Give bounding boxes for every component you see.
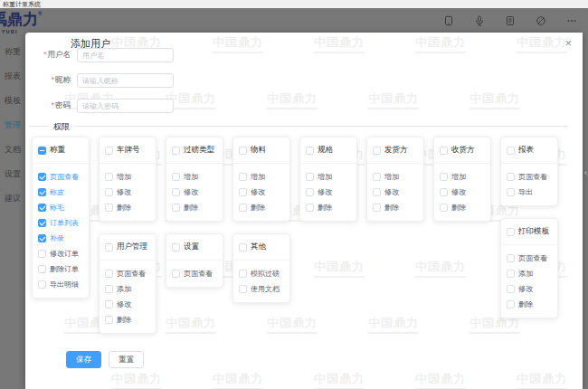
permission-item[interactable]: 导出	[507, 185, 552, 200]
sidebar-item-suggestions[interactable]: 建议	[0, 186, 25, 211]
permission-item[interactable]: 页面查看	[507, 251, 552, 266]
permission-item[interactable]: 页面查看	[38, 169, 83, 185]
microphone-icon[interactable]	[474, 15, 485, 26]
permission-item[interactable]: 增加	[172, 169, 217, 185]
close-icon[interactable]: ×	[564, 37, 572, 49]
permission-item[interactable]: 修改	[105, 185, 150, 200]
checkbox[interactable]	[172, 270, 180, 278]
permission-item[interactable]: 修改	[172, 185, 217, 200]
checkbox[interactable]	[440, 204, 448, 212]
checkbox[interactable]	[306, 173, 314, 181]
permission-item[interactable]: 页面查看	[172, 266, 217, 281]
checkbox[interactable]	[105, 204, 113, 212]
permission-item[interactable]: 修改	[105, 297, 150, 312]
permission-item[interactable]: 修改	[239, 185, 284, 200]
checkbox[interactable]	[440, 173, 448, 181]
checkbox[interactable]	[239, 173, 247, 181]
username-input[interactable]	[77, 48, 174, 62]
permission-item[interactable]: 称毛	[38, 200, 83, 215]
checkbox[interactable]	[306, 147, 314, 155]
permission-item[interactable]: 删除	[507, 297, 552, 312]
checkbox[interactable]	[105, 300, 113, 308]
checkbox[interactable]	[239, 285, 247, 293]
reset-button[interactable]: 重置	[109, 351, 144, 368]
checkbox[interactable]	[105, 147, 113, 155]
sidebar-item-reports[interactable]: 报表	[0, 64, 25, 89]
link-icon[interactable]	[536, 15, 546, 26]
checkbox[interactable]	[172, 188, 180, 196]
permission-item[interactable]: 模拟过磅	[239, 266, 284, 281]
checkbox[interactable]	[105, 188, 113, 196]
permission-item[interactable]: 增加	[239, 169, 284, 185]
collapse-handle-icon[interactable]: ‹	[584, 168, 587, 177]
permission-item[interactable]: 删除	[440, 200, 485, 215]
permission-item[interactable]: 使用文档	[239, 281, 284, 297]
permission-item[interactable]: 增加	[440, 169, 485, 185]
permission-item[interactable]: 称皮	[38, 185, 83, 200]
checkbox[interactable]	[440, 147, 448, 155]
permission-item[interactable]: 删除	[239, 200, 284, 215]
permission-item[interactable]: 删除	[306, 200, 351, 215]
checkbox[interactable]	[239, 147, 247, 155]
permission-item[interactable]: 增加	[306, 169, 351, 185]
checkbox[interactable]	[306, 204, 314, 212]
checkbox[interactable]	[507, 173, 515, 181]
checkbox[interactable]	[38, 250, 46, 258]
checkbox[interactable]	[38, 173, 46, 181]
permission-item[interactable]: 增加	[105, 169, 150, 185]
checkbox[interactable]	[38, 219, 46, 227]
document-icon[interactable]	[505, 15, 516, 26]
password-input[interactable]	[77, 99, 174, 113]
permission-item[interactable]: 修改	[440, 185, 485, 200]
permission-item[interactable]: 修改	[373, 185, 418, 200]
permission-item[interactable]: 删除	[105, 312, 150, 327]
permission-item[interactable]: 添加	[507, 266, 552, 281]
checkbox[interactable]	[239, 188, 247, 196]
checkbox[interactable]	[105, 243, 113, 251]
checkbox[interactable]	[440, 188, 448, 196]
checkbox[interactable]	[105, 285, 113, 293]
checkbox[interactable]	[507, 285, 515, 293]
permission-item[interactable]: 修改	[306, 185, 351, 200]
checkbox[interactable]	[38, 280, 46, 289]
checkbox[interactable]	[172, 173, 180, 181]
permission-item[interactable]: 导出明细	[38, 277, 83, 292]
checkbox[interactable]	[507, 300, 515, 308]
checkbox[interactable]	[38, 265, 46, 273]
sidebar-item-management[interactable]: 管理	[0, 113, 25, 138]
nickname-input[interactable]	[77, 73, 174, 88]
checkbox[interactable]	[507, 228, 515, 236]
checkbox[interactable]	[172, 147, 180, 155]
checkbox[interactable]	[507, 254, 515, 262]
checkbox[interactable]	[105, 270, 113, 278]
checkbox[interactable]	[172, 204, 180, 212]
checkbox[interactable]	[507, 188, 515, 196]
permission-item[interactable]: 修改	[507, 281, 552, 297]
checkbox[interactable]	[38, 204, 46, 212]
checkbox[interactable]	[172, 243, 180, 251]
checkbox[interactable]	[38, 188, 46, 196]
sidebar-item-settings[interactable]: 设置	[0, 162, 25, 186]
checkbox[interactable]	[239, 270, 247, 278]
checkbox[interactable]	[105, 173, 113, 181]
permission-item[interactable]: 删除	[105, 200, 150, 215]
sidebar-item-weighing[interactable]: 称重	[0, 40, 25, 64]
checkbox[interactable]	[239, 204, 247, 212]
permission-item[interactable]: 删除	[172, 200, 217, 215]
checkbox[interactable]	[373, 173, 381, 181]
checkbox[interactable]	[239, 243, 247, 251]
save-button[interactable]: 保存	[66, 351, 101, 368]
sidebar-item-docs[interactable]: 文档	[0, 138, 25, 162]
checkbox[interactable]	[38, 234, 46, 242]
permission-item[interactable]: 增加	[373, 169, 418, 185]
permission-item[interactable]: 补录	[38, 231, 83, 246]
permission-item[interactable]: 页面查看	[507, 169, 552, 185]
checkbox[interactable]	[105, 316, 113, 324]
more-icon[interactable]	[566, 15, 577, 26]
permission-item[interactable]: 修改订单	[38, 246, 83, 261]
checkbox[interactable]	[507, 147, 515, 155]
sidebar-item-templates[interactable]: 模板	[0, 89, 25, 113]
permission-item[interactable]: 订单列表	[38, 215, 83, 231]
permission-item[interactable]: 添加	[105, 281, 150, 297]
checkbox[interactable]	[373, 188, 381, 196]
